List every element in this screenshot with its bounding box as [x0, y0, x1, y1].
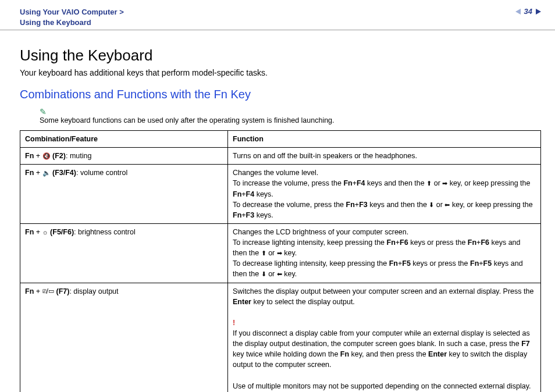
t: To decrease the volume, press the [233, 201, 346, 209]
cell-func: Switches the display output between your… [228, 283, 541, 392]
func-l1: Changes the LCD brightness of your compu… [233, 228, 408, 236]
cell-combo: Fn + ☼ (F5/F6): brightness control [20, 223, 228, 283]
pager: 34 [515, 7, 541, 16]
t: key twice while holding down the [233, 350, 340, 358]
note-block: ✎ Some keyboard functions can be used on… [40, 107, 541, 124]
note-icon: ✎ [40, 107, 47, 116]
plus: + [34, 152, 42, 160]
arrow-up-icon: ⬆ [261, 249, 266, 258]
t: Fn [233, 190, 241, 198]
arrow-right-icon: ➡ [277, 249, 282, 258]
fn-label: Fn [25, 152, 34, 160]
page-number: 34 [524, 7, 532, 16]
arrow-up-icon: ⬆ [426, 179, 432, 188]
key-label: (F7) [56, 287, 70, 295]
t: keys and then the [365, 179, 427, 187]
t: F6 [481, 238, 489, 247]
t: keys. [254, 190, 273, 198]
cell-combo: Fn + 🔇 (F2): muting [20, 148, 228, 165]
cell-combo: Fn + 🔈 (F3/F4): volume control [20, 165, 228, 224]
table-header-row: Combination/Feature Function [20, 131, 541, 148]
fn-label: Fn [25, 228, 34, 236]
func-text: Turns on and off the built-in speakers o… [233, 152, 417, 160]
t: key, or keep pressing the [450, 201, 532, 209]
warning-icon: ! [233, 319, 235, 327]
plus: + [34, 169, 42, 177]
t: Fn [387, 238, 396, 247]
volume-icon: 🔈 [42, 169, 51, 178]
combo-desc: : display output [69, 287, 118, 295]
page-title: Using the Keyboard [20, 47, 541, 65]
fn-label: Fn [25, 287, 34, 295]
th-combination: Combination/Feature [20, 131, 228, 148]
t: or [266, 270, 277, 278]
func-l1: Changes the volume level. [233, 169, 318, 177]
t: + [396, 238, 400, 247]
t: Fn [233, 211, 241, 219]
t: keys or press the [411, 259, 470, 268]
t: Enter [233, 298, 251, 306]
t: If you disconnect a display cable from y… [233, 329, 530, 348]
fn-key-table: Combination/Feature Function Fn + 🔇 (F2)… [20, 130, 541, 392]
t: Fn [346, 201, 355, 209]
t: key, and then press the [349, 350, 428, 358]
fn-label: Fn [25, 169, 34, 177]
plus: + [34, 228, 42, 236]
t: Fn [470, 259, 479, 268]
arrow-down-icon: ⬇ [261, 270, 266, 279]
cell-func: Changes the volume level. To increase th… [228, 165, 541, 224]
intro-text: Your keyboard has additional keys that p… [20, 68, 541, 77]
t: F4 [246, 190, 255, 198]
t: F5 [402, 259, 411, 268]
t: Fn [389, 259, 398, 268]
page-header: Using Your VAIO Computer > Using the Key… [0, 0, 555, 30]
t: key. [282, 270, 297, 278]
t: + [479, 259, 483, 268]
t: To increase lighting intensity, keep pre… [233, 238, 387, 247]
t: Use of multiple monitors may not be supp… [233, 382, 531, 390]
cell-combo: Fn + ⎚/▭ (F7): display output [20, 283, 228, 392]
breadcrumb: Using Your VAIO Computer > Using the Key… [20, 7, 124, 27]
t: F5 [483, 259, 492, 268]
t: key, or keep pressing the [447, 179, 530, 187]
t: + [241, 211, 246, 219]
th-function: Function [228, 131, 541, 148]
cell-func: Changes the LCD brightness of your compu… [228, 223, 541, 283]
table-row: Fn + 🔇 (F2): muting Turns on and off the… [20, 148, 541, 165]
arrow-left-icon: ⬅ [277, 270, 282, 279]
t: + [353, 179, 357, 187]
key-label: (F5/F6) [50, 228, 74, 236]
table-row: Fn + ☼ (F5/F6): brightness control Chang… [20, 223, 541, 283]
t: F7 [521, 340, 530, 348]
arrow-right-icon: ➡ [442, 179, 447, 188]
key-label: (F2) [52, 152, 66, 160]
mute-icon: 🔇 [42, 152, 51, 161]
t: Fn [343, 179, 352, 187]
table-row: Fn + 🔈 (F3/F4): volume control Changes t… [20, 165, 541, 224]
t: Fn [340, 350, 349, 358]
table-row: Fn + ⎚/▭ (F7): display output Switches t… [20, 283, 541, 392]
t: Switches the display output between your… [233, 287, 533, 295]
t: F4 [357, 179, 365, 187]
t: key. [282, 249, 297, 257]
next-page-icon[interactable] [536, 9, 541, 15]
prev-page-icon[interactable] [515, 9, 521, 15]
combo-desc: : volume control [76, 169, 127, 177]
t: or [432, 179, 442, 187]
cell-func: Turns on and off the built-in speakers o… [228, 148, 541, 165]
section-title: Combinations and Functions with the Fn K… [20, 88, 541, 101]
t: keys. [254, 211, 273, 219]
combo-desc: : muting [66, 152, 91, 160]
t: To decrease lighting intensity, keep pre… [233, 259, 389, 268]
t: key to select the display output. [251, 298, 355, 306]
t: F3 [359, 201, 368, 209]
t: keys or press the [408, 238, 468, 247]
t: Fn [468, 238, 476, 247]
breadcrumb-line1: Using Your VAIO Computer > [20, 8, 124, 16]
t: keys and then the [368, 201, 429, 209]
t: To increase the volume, press the [233, 179, 343, 187]
breadcrumb-line2: Using the Keyboard [20, 18, 91, 27]
plus: + [34, 287, 42, 295]
lcd-icon: ⎚ [42, 287, 47, 296]
note-text: Some keyboard functions can be used only… [40, 116, 335, 124]
